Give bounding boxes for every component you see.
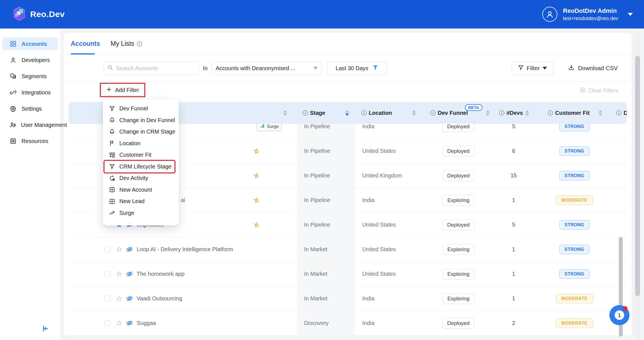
column-header--devs[interactable]: #Devs [495, 102, 532, 124]
table-row[interactable]: Vaadi OutsourcingIn MarketIndiaExploring… [69, 286, 627, 311]
sidebar-item-developers[interactable]: Developers [2, 54, 58, 66]
sidebar-item-settings[interactable]: Settings [2, 102, 58, 115]
chevron-down-icon[interactable] [628, 13, 633, 16]
dev-funnel-badge: Exploring [442, 269, 474, 279]
dev-funnel-badge: Deployed [442, 124, 474, 132]
filter-menu-item-new-lead[interactable]: New Lead [105, 196, 174, 207]
download-csv-button[interactable]: Download CSV [568, 64, 618, 72]
active-tab-underline [71, 53, 95, 54]
filter-menu-item-new-account[interactable]: New Account [105, 184, 174, 196]
page-scrollbar-thumb[interactable] [635, 56, 640, 296]
table-row[interactable]: SuggaaDiscoveryIndiaDeployed2MODERATE [69, 311, 627, 336]
surge-badge-label: Surge [267, 124, 279, 129]
sort-arrows-icon[interactable] [345, 110, 349, 116]
notifications-fab[interactable]: 1 [609, 305, 629, 325]
chevron-down-icon [313, 67, 318, 70]
sidebar-item-accounts[interactable]: Accounts [2, 37, 58, 50]
location-cell: India [355, 311, 422, 335]
extra-cell [616, 163, 627, 188]
stage-cell: In Market [297, 262, 355, 286]
filter-button[interactable]: Filter [512, 61, 553, 75]
account-name: ai [181, 197, 185, 203]
filter-menu-item-location[interactable]: Location [105, 138, 174, 149]
eye-off-icon [126, 246, 133, 253]
dev-funnel-cell: Deployed [422, 124, 495, 139]
devs-count: 1 [512, 271, 515, 277]
star-icon[interactable] [116, 271, 122, 277]
dev-funnel-badge: Deployed [442, 220, 474, 230]
list-box-icon [10, 138, 17, 144]
location-cell: United States [355, 213, 422, 237]
tab-accounts[interactable]: Accounts [71, 40, 100, 47]
filter-menu-item-label: Location [119, 140, 141, 147]
filter-menu-item-customer-fit[interactable]: Customer Fit [105, 149, 174, 161]
column-header-location[interactable]: Location [355, 102, 422, 124]
clear-filters-button[interactable]: Clear Filters [580, 87, 618, 94]
date-range-button[interactable]: Last 30 Days [327, 61, 387, 75]
row-checkbox[interactable] [104, 246, 110, 253]
info-icon [548, 110, 553, 115]
devs-count: 15 [510, 172, 517, 179]
filter-menu-item-crm-lifecycle-stage[interactable]: CRM Lifecycle Stage [105, 161, 174, 173]
surge-bars-icon [260, 124, 265, 129]
search-accounts-input[interactable] [116, 65, 195, 72]
column-label: #Devs [506, 110, 523, 116]
sidebar-item-user-management[interactable]: User Management [2, 118, 58, 131]
column-header-dev-funnel[interactable]: Dev FunnelBETA [422, 102, 495, 124]
customer-fit-badge: MODERATE [556, 294, 593, 303]
dev-funnel-cell: Deployed [422, 139, 495, 163]
sort-arrows-icon[interactable] [525, 110, 529, 116]
filter-menu-item-change-in-crm-stage[interactable]: Change in CRM Stage [105, 126, 174, 138]
star-icon[interactable] [116, 320, 122, 326]
table-row[interactable]: Loop AI - Delivery Intelligence Platform… [69, 237, 627, 262]
column-header-customer-fit[interactable]: Customer Fit [532, 102, 616, 124]
row-checkbox[interactable] [104, 320, 110, 326]
sort-arrows-icon[interactable] [598, 110, 602, 116]
star-icon[interactable] [116, 246, 122, 253]
account-scope-select[interactable]: Accounts with Deanonymised ... [212, 61, 322, 75]
filter-menu-item-label: Customer Fit [119, 152, 151, 158]
sort-arrows-icon[interactable] [412, 110, 416, 116]
user-menu[interactable]: ReoDotDev Admin test+reodotdev@reo.dev [542, 7, 644, 22]
sort-arrows-icon[interactable] [283, 110, 287, 116]
dev-funnel-cell: Exploring [422, 237, 495, 261]
filter-menu-item-dev-funnel[interactable]: Dev Funnel [105, 103, 174, 115]
dev-funnel-badge: Deployed [442, 146, 474, 156]
tab-my-lists[interactable]: My Lists [111, 40, 142, 47]
column-label: Stage [310, 110, 325, 116]
customer-fit-badge: MODERATE [556, 318, 593, 328]
add-filter-dropdown-menu: Dev FunnelChange in Dev FunnelChange in … [103, 99, 179, 225]
sidebar-item-segments[interactable]: Segments [2, 70, 58, 83]
square-plus-icon [109, 187, 115, 193]
funnel-icon [109, 163, 115, 170]
filter-menu-item-dev-activity[interactable]: Dev Activity [105, 172, 174, 184]
info-icon [499, 110, 504, 115]
filter-menu-item-label: Surge [119, 210, 134, 216]
tab-my-lists-label: My Lists [111, 40, 134, 47]
table-row[interactable]: The homework appIn MarketUnited StatesEx… [69, 262, 627, 286]
column-header-stage[interactable]: Stage [297, 102, 355, 124]
devs-count: 2 [512, 320, 515, 326]
devs-cell: 1 [495, 188, 532, 212]
sidebar-item-integrations[interactable]: Integrations [2, 86, 58, 99]
search-accounts-input-wrap[interactable] [103, 61, 199, 75]
sidebar-item-resources[interactable]: Resources [2, 135, 58, 148]
user-name: ReoDotDev Admin [563, 7, 618, 15]
customer-fit-cell: STRONG [532, 139, 616, 163]
row-checkbox[interactable] [104, 296, 110, 302]
sort-arrows-icon[interactable] [486, 110, 490, 116]
customer-fit-cell: MODERATE [532, 311, 616, 335]
eye-off-icon [126, 320, 133, 327]
customer-fit-badge: STRONG [559, 124, 590, 131]
star-icon[interactable] [116, 295, 122, 302]
extra-cell [616, 139, 627, 163]
location-cell: India [355, 286, 422, 311]
download-csv-label: Download CSV [578, 65, 618, 72]
avatar[interactable] [542, 7, 557, 22]
sidebar-collapse-icon[interactable] [41, 324, 49, 333]
account-scope-value: Accounts with Deanonymised ... [216, 65, 295, 72]
filter-menu-item-change-in-dev-funnel[interactable]: Change in Dev Funnel [105, 115, 174, 126]
filter-menu-item-surge[interactable]: Surge [105, 207, 174, 219]
reodev-logo-icon [13, 7, 26, 22]
row-checkbox[interactable] [104, 271, 110, 277]
